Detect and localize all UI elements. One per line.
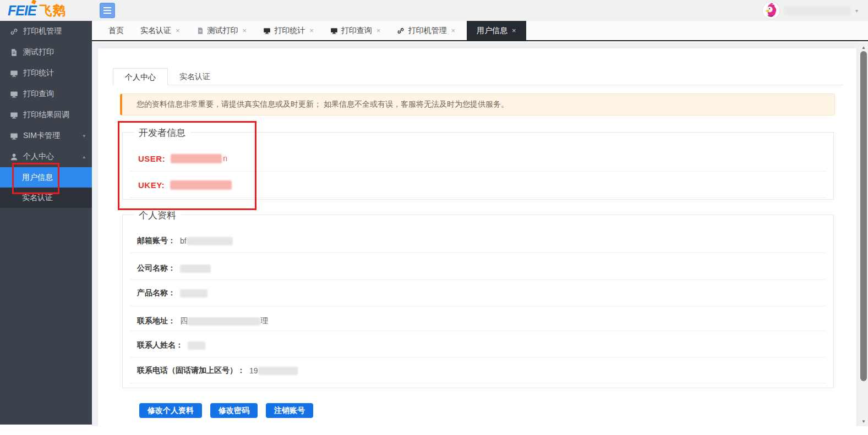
developer-info-section: 开发者信息 USER: n UKEY:	[122, 132, 834, 200]
field-value-redacted	[180, 265, 211, 273]
profile-row-email: 邮箱账号： bf	[137, 235, 233, 246]
field-value-redacted	[258, 367, 298, 375]
developer-user-row: USER: n	[138, 152, 227, 164]
close-icon[interactable]: ×	[512, 26, 516, 35]
tab-test-print[interactable]: 测试打印 ×	[192, 21, 252, 40]
tab-realname-auth[interactable]: 实名认证 ×	[135, 21, 185, 40]
sidebar-item-print-statistics[interactable]: 打印统计	[0, 63, 92, 84]
field-label: 联系地址：	[137, 316, 176, 326]
divider	[130, 252, 826, 253]
ukey-label: UKEY:	[138, 180, 165, 190]
tab-label: 测试打印	[208, 26, 238, 36]
field-value-redacted	[180, 289, 208, 298]
main-content-area: 个人中心 实名认证 您的资料信息非常重要，请提供真实信息或及时更新； 如果信息不…	[92, 42, 868, 426]
monitor-icon	[10, 69, 18, 78]
sidebar-toggle-button[interactable]	[100, 3, 115, 18]
monitor-icon	[263, 27, 271, 35]
tab-label: 打印统计	[274, 26, 305, 36]
field-value-suffix: 理	[260, 316, 268, 326]
chevron-up-icon: ▴	[83, 154, 85, 159]
sidebar: 打印机管理 测试打印 打印统计 打印查询 打印结果回调	[0, 21, 92, 425]
content-tab-personal-center[interactable]: 个人中心	[113, 68, 168, 85]
header: FEIE 飞鹅 ▾	[0, 0, 868, 21]
vertical-scrollbar[interactable]: ▲ ▼	[859, 42, 868, 426]
divider	[130, 197, 826, 198]
user-key-label: USER:	[138, 154, 165, 163]
field-value-redacted	[188, 317, 260, 326]
sidebar-item-label: 打印结果回调	[23, 110, 69, 120]
close-icon[interactable]: ×	[243, 26, 247, 35]
tab-label: 打印机管理	[408, 26, 446, 36]
tab-label: 用户信息	[477, 26, 507, 36]
document-icon	[10, 48, 18, 57]
avatar[interactable]	[763, 2, 779, 19]
developer-info-legend: 开发者信息	[134, 126, 190, 139]
profile-row-address: 联系地址： 四 理	[137, 316, 268, 327]
monitor-icon	[10, 111, 18, 119]
field-value-prefix: 四	[180, 316, 188, 326]
warning-alert-text: 您的资料信息非常重要，请提供真实信息或及时更新； 如果信息不全或有误，客服将无法…	[137, 100, 509, 109]
field-label: 公司名称：	[137, 263, 176, 273]
tab-user-info-active[interactable]: 用户信息 ×	[467, 21, 526, 40]
content-tab-label: 实名认证	[179, 72, 210, 81]
field-label: 联系电话（固话请加上区号）：	[137, 366, 245, 376]
ukey-value-redacted	[170, 180, 232, 190]
user-value-redacted	[171, 154, 222, 163]
sidebar-item-print-query[interactable]: 打印查询	[0, 84, 92, 104]
edit-profile-button[interactable]: 修改个人资料	[139, 403, 202, 418]
delete-account-button[interactable]: 注销账号	[266, 403, 313, 418]
close-icon[interactable]: ×	[309, 26, 314, 35]
divider	[130, 279, 826, 280]
monitor-icon	[10, 90, 18, 98]
personal-profile-section: 个人资料 邮箱账号： bf 公司名称： 产品名称：	[122, 214, 834, 388]
link-icon	[10, 27, 18, 36]
header-user-menu[interactable]: ▾	[763, 0, 858, 21]
tab-print-statistics[interactable]: 打印统计 ×	[258, 21, 319, 40]
content-tabs: 个人中心 实名认证	[113, 68, 843, 85]
profile-row-phone: 联系电话（固话请加上区号）： 19	[137, 365, 298, 376]
field-label: 邮箱账号：	[137, 236, 176, 246]
sidebar-item-test-print[interactable]: 测试打印	[0, 42, 92, 63]
scroll-down-icon[interactable]: ▼	[859, 417, 868, 425]
field-value-redacted	[188, 342, 205, 350]
user-value-suffix: n	[223, 154, 227, 163]
personal-profile-legend: 个人资料	[134, 209, 181, 222]
sidebar-item-print-result-callback[interactable]: 打印结果回调	[0, 104, 92, 125]
scrollbar-thumb[interactable]	[860, 51, 867, 381]
chevron-down-icon: ▾	[855, 8, 858, 14]
sidebar-item-label: SIM卡管理	[23, 131, 60, 141]
bottom-strip	[0, 426, 868, 435]
tab-label: 实名认证	[140, 26, 171, 36]
link-icon	[397, 27, 405, 35]
change-password-button[interactable]: 修改密码	[210, 403, 258, 418]
close-icon[interactable]: ×	[376, 26, 381, 35]
sidebar-subitem-user-info[interactable]: 用户信息	[0, 167, 92, 188]
sidebar-item-label: 打印统计	[23, 68, 54, 78]
tab-home[interactable]: 首页	[103, 21, 129, 40]
divider	[130, 171, 826, 172]
close-icon[interactable]: ×	[176, 26, 180, 35]
user-icon	[10, 153, 18, 161]
tab-label: 打印查询	[341, 26, 372, 36]
tab-print-query[interactable]: 打印查询 ×	[325, 21, 386, 40]
open-tabs-bar: 首页 实名认证 × 测试打印 × 打印统计 × 打印查询 ×	[92, 21, 868, 41]
sidebar-submenu: 用户信息 实名认证	[0, 167, 92, 208]
field-value-prefix: 19	[249, 366, 258, 375]
tab-printer-management[interactable]: 打印机管理 ×	[392, 21, 460, 40]
sidebar-subitem-realname-auth[interactable]: 实名认证	[0, 188, 92, 208]
sidebar-item-printer-management[interactable]: 打印机管理	[0, 21, 92, 42]
content-tab-label: 个人中心	[125, 73, 156, 81]
header-username-redacted	[784, 6, 851, 15]
developer-ukey-row: UKEY:	[138, 179, 232, 191]
content-tab-realname-auth[interactable]: 实名认证	[168, 68, 222, 85]
scroll-up-icon[interactable]: ▲	[859, 43, 868, 51]
sidebar-item-sim-card-management[interactable]: SIM卡管理 ▾	[0, 125, 92, 146]
brand-logo-latin: FEIE	[8, 3, 36, 19]
divider	[130, 357, 826, 357]
close-icon[interactable]: ×	[451, 26, 455, 35]
profile-row-contact-name: 联系人姓名：	[137, 340, 205, 351]
sidebar-item-personal-center[interactable]: 个人中心 ▴	[0, 146, 92, 167]
sidebar-item-label: 打印查询	[23, 89, 54, 99]
divider	[130, 331, 826, 331]
tab-label: 首页	[108, 26, 124, 36]
